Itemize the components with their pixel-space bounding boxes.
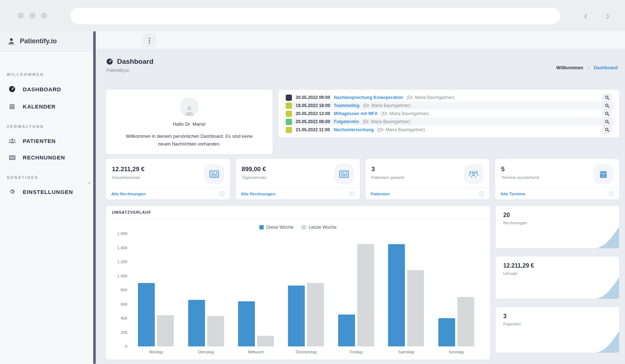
stat-label: Gesamtumsatz — [112, 175, 145, 180]
gear-icon — [8, 188, 16, 195]
bar-letzte-woche — [357, 244, 374, 346]
category-color-swatch — [286, 119, 292, 125]
stat-label: Tagesumsatz — [242, 175, 267, 180]
bar-group-donnerstag: Donnerstag — [288, 234, 324, 355]
appointment-row: 20.05.2022 08:00 Folgetermin (Dr. Maria … — [284, 118, 614, 126]
sparkline-curve — [595, 277, 619, 299]
bar-letzte-woche — [257, 336, 274, 346]
tachometer-icon — [8, 85, 16, 93]
appointment-link[interactable]: Teammeting — [334, 103, 359, 108]
category-color-swatch — [286, 103, 292, 109]
y-tick-label: 1.600 — [117, 231, 127, 236]
top-band: ⋮ — [94, 31, 625, 49]
bar-diese-woche — [188, 300, 205, 346]
nav-section-heading: SONSTIGES — [7, 175, 94, 180]
sidebar-collapse-icon[interactable]: ‹ — [88, 180, 90, 186]
appointment-doctor: (Dr. Maria Baumgartner) — [363, 103, 599, 108]
breadcrumb-parent[interactable]: Willkommen — [556, 65, 584, 70]
browser-forward-icon[interactable]: › — [602, 10, 614, 22]
y-tick-label: 1.000 — [117, 274, 127, 278]
magnifier-icon[interactable] — [602, 126, 612, 134]
appointment-doctor: (Dr. Maria Baumgartner) — [407, 95, 599, 100]
kebab-menu-icon[interactable]: ⋮ — [142, 33, 156, 47]
welcome-card: Hallo Dr. Maria! Willkommen in deinem pe… — [106, 90, 273, 154]
appointment-link[interactable]: Nachbesprechung Knieoperation — [334, 95, 403, 100]
legend-swatch — [259, 225, 264, 229]
appointment-link[interactable]: Mittagessen mit MFA — [334, 111, 377, 116]
stat-footer-link[interactable]: Alle Rechnungen — [111, 192, 146, 196]
appointment-row: 21.05.2022 11:00 Nachuntersuchung (Dr. M… — [284, 126, 614, 134]
circle-arrow-icon[interactable] — [608, 191, 614, 196]
magnifier-icon[interactable] — [602, 118, 612, 126]
x-tick-label: Freitag — [350, 350, 362, 354]
sidebar-item-rechnungen[interactable]: RECHNUNGEN — [6, 149, 94, 166]
scrollbar[interactable] — [93, 31, 96, 364]
page-header: Dashboard Patientify.io Willkommen › Das… — [106, 49, 619, 75]
main-content: ⋮ Dashboard Patientify.io Willkommen › D… — [94, 31, 625, 364]
magnifier-icon[interactable] — [602, 110, 612, 118]
sidebar-item-dashboard[interactable]: DASHBOARD — [6, 80, 94, 98]
users-group-icon — [464, 164, 483, 184]
user-doctor-icon — [7, 37, 15, 45]
bar-diese-woche — [338, 315, 355, 346]
stat-footer-link[interactable]: Alle Termine — [500, 192, 525, 196]
appointment-link[interactable]: Nachuntersuchung — [333, 127, 373, 132]
bar-diese-woche — [288, 286, 305, 346]
users-icon — [8, 137, 16, 144]
y-axis: 1.600 1.400 1.200 1.000 800 600 400 200 … — [115, 234, 131, 346]
sidebar-item-patienten[interactable]: PATIENTEN — [6, 132, 94, 149]
legend-item-letzte-woche[interactable]: Letzte Woche — [301, 225, 336, 230]
address-bar[interactable] — [70, 8, 560, 24]
bar-group-freitag: Freitag — [338, 234, 374, 355]
bar-diese-woche — [438, 318, 455, 346]
mini-card-label: Umsatz — [503, 271, 612, 276]
legend-item-diese-woche[interactable]: Diese Woche — [259, 225, 293, 230]
chart-legend: Diese Woche Letzte Woche — [115, 225, 481, 230]
browser-back-icon[interactable]: ‹ — [580, 10, 592, 22]
sparkline-curve — [595, 227, 619, 248]
appointment-doctor: (Dr. Maria Baumgartner) — [377, 127, 599, 132]
bar-diese-woche — [138, 283, 155, 346]
brand-title: Patientify.io — [20, 37, 57, 45]
window-dot[interactable] — [41, 12, 47, 19]
appointment-link[interactable]: Folgetermin — [334, 119, 359, 124]
window-dot[interactable] — [18, 12, 24, 19]
stat-label: Termine ausstehend — [501, 175, 539, 180]
breadcrumb-current[interactable]: Dashboard — [594, 65, 618, 70]
revenue-chart-card: UMSATZVERLAUF Diese Woche Letzte Woche — [106, 206, 490, 360]
brand[interactable]: Patientify.io — [0, 31, 94, 52]
sidebar-item-label: DASHBOARD — [23, 86, 61, 92]
category-color-swatch — [286, 127, 292, 133]
page-title: Dashboard — [117, 58, 153, 66]
sidebar-item-kalender[interactable]: KALENDER — [6, 98, 94, 115]
magnifier-icon[interactable] — [602, 102, 612, 110]
mini-card-label: Rechnungen — [503, 221, 612, 225]
appointment-row: 20.05.2022 13:00 Mittagessen mit MFA (Dr… — [284, 110, 614, 118]
welcome-greeting: Hallo Dr. Maria! — [121, 121, 258, 127]
bar-letzte-woche — [157, 315, 174, 346]
x-tick-label: Samstag — [398, 350, 414, 354]
stat-footer-link[interactable]: Alle Rechnungen — [241, 192, 275, 196]
circle-arrow-icon[interactable] — [479, 191, 484, 196]
circle-arrow-icon[interactable] — [349, 191, 355, 196]
magnifier-icon[interactable] — [602, 93, 612, 102]
sidebar-item-label: EINSTELLUNGEN — [23, 189, 73, 195]
bar-diese-woche — [388, 244, 405, 346]
sidebar-item-einstellungen[interactable]: EINSTELLUNGEN — [6, 183, 94, 200]
sidebar-item-label: PATIENTEN — [23, 138, 56, 144]
nav-section-heading: VERWALTUNG — [7, 124, 94, 129]
stat-footer-link[interactable]: Patienten — [371, 192, 390, 196]
invoice-icon — [334, 164, 354, 184]
y-tick-label: 1.400 — [117, 246, 127, 250]
bar-letzte-woche — [207, 316, 224, 346]
sidebar-item-label: RECHNUNGEN — [23, 154, 65, 161]
stat-value: 12.211,29 € — [112, 166, 145, 173]
window-dot[interactable] — [29, 12, 36, 19]
bar-group-montag: Montag — [138, 234, 174, 355]
welcome-message: Willkommen in deinem persönlichen Dashbo… — [121, 133, 258, 148]
mini-card-rechnungen: 20 Rechnungen — [496, 206, 619, 248]
circle-arrow-icon[interactable] — [219, 191, 225, 196]
mini-card-value: 3 — [503, 313, 612, 320]
window-controls — [18, 12, 47, 19]
stat-card-termine: 5 Termine ausstehend Alle Termine — [495, 159, 619, 199]
